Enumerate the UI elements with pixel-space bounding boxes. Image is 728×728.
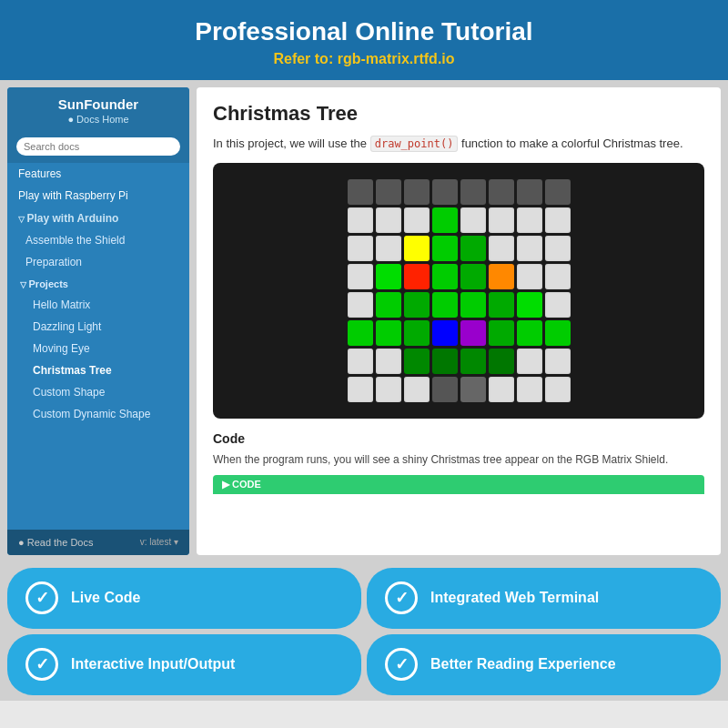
sidebar-item-raspberry[interactable]: Play with Raspberry Pi <box>7 185 189 207</box>
matrix-cell-0-3 <box>432 179 458 205</box>
sidebar-item-moving-eye[interactable]: Moving Eye <box>7 338 189 359</box>
sidebar-item-projects[interactable]: Projects <box>7 273 189 294</box>
doc-intro-text: In this project, we will use the <box>213 136 367 150</box>
matrix-cell-4-3 <box>432 292 458 318</box>
code-snippet-label: ▶ CODE <box>222 479 261 490</box>
matrix-cell-2-2 <box>404 236 430 261</box>
sidebar-item-custom-dynamic[interactable]: Custom Dynamic Shape <box>7 403 189 425</box>
matrix-cell-2-6 <box>517 236 542 261</box>
sidebar-nav: Features Play with Raspberry Pi Play wit… <box>7 163 189 530</box>
matrix-cell-3-6 <box>517 264 542 289</box>
sidebar-item-preparation[interactable]: Preparation <box>7 251 189 273</box>
matrix-cell-7-2 <box>404 377 430 402</box>
feature-item-live-code: ✓ Live Code <box>7 568 361 629</box>
search-input[interactable] <box>16 137 180 156</box>
matrix-cell-6-2 <box>404 349 430 374</box>
matrix-cell-2-5 <box>489 236 514 261</box>
matrix-grid <box>340 172 578 410</box>
sidebar-item-arduino[interactable]: Play with Arduino <box>7 207 189 229</box>
doc-title: Christmas Tree <box>213 102 704 126</box>
matrix-cell-0-4 <box>460 179 486 205</box>
matrix-cell-3-3 <box>432 264 458 289</box>
page-header: Professional Online Tutorial Refer to: r… <box>0 0 728 80</box>
matrix-cell-2-1 <box>376 236 401 261</box>
sidebar-brand-sub: ● Docs Home <box>18 114 178 125</box>
matrix-cell-4-0 <box>348 292 373 318</box>
sidebar-item-assemble[interactable]: Assemble the Shield <box>7 229 189 251</box>
doc-code-desc: When the program runs, you will see a sh… <box>213 451 704 468</box>
matrix-cell-3-4 <box>460 264 486 289</box>
matrix-cell-7-7 <box>545 377 571 402</box>
feature-check-live-code: ✓ <box>25 581 58 614</box>
sidebar-brand: SunFounder ● Docs Home <box>7 87 189 130</box>
matrix-cell-3-1 <box>376 264 401 289</box>
sidebar: SunFounder ● Docs Home Features Play wit… <box>7 87 189 555</box>
sidebar-footer-version[interactable]: v: latest ▾ <box>140 537 178 547</box>
sidebar-footer-read: ● Read the Docs <box>18 537 93 548</box>
matrix-cell-4-7 <box>545 292 571 318</box>
matrix-cell-5-2 <box>404 320 430 346</box>
matrix-cell-0-7 <box>545 179 571 205</box>
sidebar-item-custom-shape[interactable]: Custom Shape <box>7 381 189 403</box>
sidebar-footer: ● Read the Docs v: latest ▾ <box>7 530 189 555</box>
matrix-cell-5-1 <box>376 320 401 346</box>
feature-check-better-reading: ✓ <box>385 648 418 681</box>
sidebar-item-hello-matrix[interactable]: Hello Matrix <box>7 294 189 316</box>
matrix-cell-3-2 <box>404 264 430 289</box>
doc-code-func: draw_point() <box>370 136 459 152</box>
matrix-cell-3-0 <box>348 264 373 289</box>
feature-label-interactive-io: Interactive Input/Output <box>71 656 235 672</box>
matrix-cell-4-2 <box>404 292 430 318</box>
feature-label-live-code: Live Code <box>71 590 140 606</box>
matrix-cell-0-0 <box>348 179 373 205</box>
matrix-cell-1-5 <box>489 207 514 233</box>
feature-label-web-terminal: Integrated Web Terminal <box>430 590 599 606</box>
matrix-cell-7-1 <box>376 377 401 402</box>
matrix-cell-6-6 <box>517 349 542 374</box>
feature-grid: ✓ Live Code ✓ Integrated Web Terminal ✓ … <box>0 562 728 701</box>
matrix-cell-1-0 <box>348 207 373 233</box>
feature-item-interactive-io: ✓ Interactive Input/Output <box>7 634 361 695</box>
matrix-cell-1-4 <box>460 207 486 233</box>
matrix-cell-2-7 <box>545 236 571 261</box>
feature-item-better-reading: ✓ Better Reading Experience <box>367 634 721 695</box>
matrix-cell-1-2 <box>404 207 430 233</box>
feature-check-web-terminal: ✓ <box>385 581 418 614</box>
matrix-cell-2-4 <box>460 236 486 261</box>
matrix-cell-6-1 <box>376 349 401 374</box>
matrix-cell-1-7 <box>545 207 571 233</box>
matrix-cell-7-0 <box>348 377 373 402</box>
matrix-cell-4-4 <box>460 292 486 318</box>
feature-check-interactive-io: ✓ <box>25 648 58 681</box>
matrix-cell-7-6 <box>517 377 542 402</box>
feature-item-web-terminal: ✓ Integrated Web Terminal <box>367 568 721 629</box>
sidebar-item-dazzling-light[interactable]: Dazzling Light <box>7 316 189 338</box>
sidebar-search-container <box>7 130 189 163</box>
matrix-cell-5-3 <box>432 320 458 346</box>
matrix-cell-3-5 <box>489 264 514 289</box>
header-title: Professional Online Tutorial <box>18 16 710 47</box>
matrix-cell-6-0 <box>348 349 373 374</box>
doc-code-title: Code <box>213 431 704 446</box>
doc-intro-end: function to make a colorful Christmas tr… <box>461 136 683 150</box>
matrix-cell-1-6 <box>517 207 542 233</box>
doc-intro: In this project, we will use the draw_po… <box>213 135 704 153</box>
matrix-cell-1-1 <box>376 207 401 233</box>
matrix-cell-7-3 <box>432 377 458 402</box>
matrix-cell-4-1 <box>376 292 401 318</box>
matrix-cell-2-3 <box>432 236 458 261</box>
matrix-cell-3-7 <box>545 264 571 289</box>
matrix-cell-5-5 <box>489 320 514 346</box>
matrix-cell-5-0 <box>348 320 373 346</box>
matrix-cell-6-3 <box>432 349 458 374</box>
matrix-cell-4-6 <box>517 292 542 318</box>
sidebar-item-features[interactable]: Features <box>7 163 189 185</box>
matrix-cell-5-6 <box>517 320 542 346</box>
matrix-cell-0-2 <box>404 179 430 205</box>
feature-label-better-reading: Better Reading Experience <box>430 656 616 672</box>
matrix-cell-6-5 <box>489 349 514 374</box>
matrix-cell-4-5 <box>489 292 514 318</box>
sidebar-item-christmas-tree[interactable]: Christmas Tree <box>7 359 189 381</box>
matrix-container <box>213 163 704 419</box>
matrix-board <box>222 172 695 410</box>
